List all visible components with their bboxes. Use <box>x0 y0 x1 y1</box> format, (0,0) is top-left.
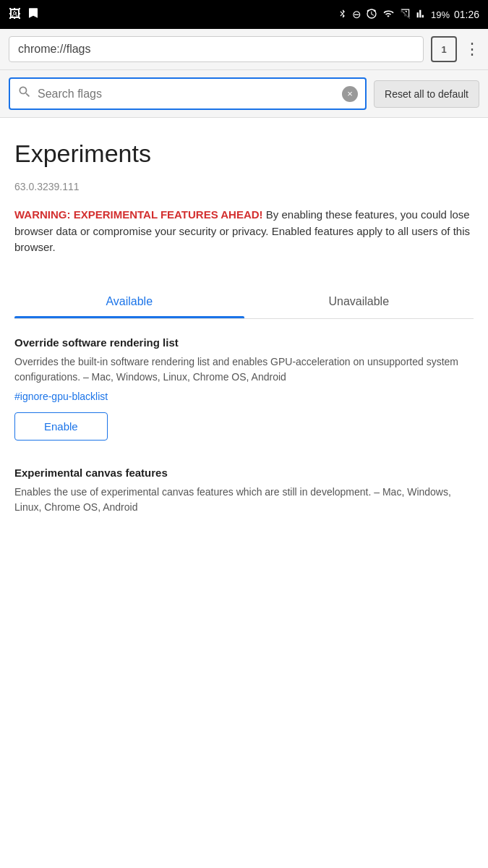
search-input[interactable] <box>38 88 336 101</box>
enable-button-override[interactable]: Enable <box>14 412 108 441</box>
address-input[interactable]: chrome://flags <box>9 36 424 62</box>
wifi-icon <box>382 9 395 21</box>
reset-all-button[interactable]: Reset all to default <box>374 80 479 108</box>
flag-title-canvas: Experimental canvas features <box>14 467 474 479</box>
status-right-icons: ⊖ 19% 01:26 <box>338 7 479 22</box>
time-text: 01:26 <box>454 9 479 20</box>
page-title: Experiments <box>14 140 474 168</box>
status-bar: 🖼 ⊖ 19% 01:26 <box>0 0 488 29</box>
bluetooth-icon <box>338 7 348 22</box>
flag-description-override: Overrides the built-in software renderin… <box>14 354 474 385</box>
flag-title-override: Override software rendering list <box>14 336 474 349</box>
flag-link-override[interactable]: #ignore-gpu-blacklist <box>14 391 474 402</box>
main-content: Experiments 63.0.3239.111 WARNING: EXPER… <box>0 118 488 561</box>
signal-bars-icon <box>416 9 427 21</box>
signal-icon <box>399 9 412 21</box>
flag-description-canvas: Enables the use of experimental canvas f… <box>14 485 474 515</box>
clear-search-button[interactable]: × <box>342 86 358 102</box>
tabs-container: Available Unavailable <box>14 285 474 319</box>
search-box[interactable]: × <box>9 77 367 110</box>
warning-block: WARNING: EXPERIMENTAL FEATURES AHEAD! By… <box>14 207 474 256</box>
search-icon <box>17 85 32 103</box>
toolbar: × Reset all to default <box>0 70 488 118</box>
version-text: 63.0.3239.111 <box>14 181 474 192</box>
flag-item-override-software-rendering: Override software rendering list Overrid… <box>14 336 474 446</box>
tab-available[interactable]: Available <box>14 285 244 318</box>
menu-button[interactable]: ⋮ <box>464 40 479 59</box>
address-text: chrome://flags <box>18 43 90 55</box>
address-bar: chrome://flags 1 ⋮ <box>0 29 488 70</box>
bookmark-icon <box>27 7 40 23</box>
flag-item-experimental-canvas: Experimental canvas features Enables the… <box>14 467 474 527</box>
tab-count-button[interactable]: 1 <box>431 36 457 62</box>
photo-icon: 🖼 <box>9 7 21 22</box>
alarm-icon <box>366 8 377 22</box>
battery-text: 19% <box>431 9 450 20</box>
do-not-disturb-icon: ⊖ <box>352 8 361 21</box>
warning-title: WARNING: EXPERIMENTAL FEATURES AHEAD! <box>14 208 263 221</box>
tab-unavailable[interactable]: Unavailable <box>244 285 474 318</box>
tab-count-label: 1 <box>441 44 446 55</box>
status-left-icons: 🖼 <box>9 7 40 23</box>
